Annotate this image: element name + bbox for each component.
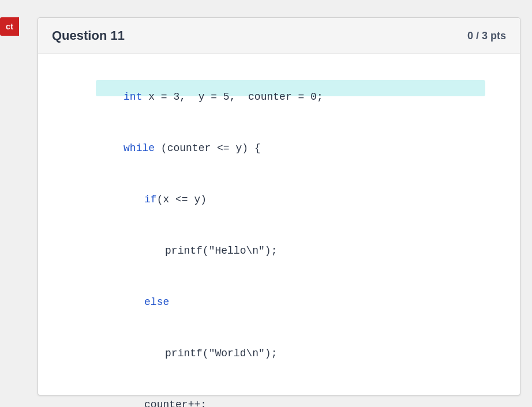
code-line-4: printf("Hello\n"); [61, 225, 497, 277]
page-container: ct Question 11 0 / 3 pts int x = 3, y = … [0, 0, 532, 407]
incorrect-badge: ct [0, 17, 19, 36]
badge-label: ct [6, 22, 13, 31]
question-header: Question 11 0 / 3 pts [38, 18, 520, 54]
code-text-3: (x <= y) [157, 194, 207, 205]
question-points: 0 / 3 pts [467, 30, 506, 42]
question-body: int x = 3, y = 5, counter = 0; while (co… [38, 54, 520, 407]
code-line-1: int x = 3, y = 5, counter = 0; [61, 71, 497, 123]
code-line-7: counter++; [61, 379, 497, 407]
keyword-int: int [123, 91, 142, 103]
question-title: Question 11 [52, 28, 125, 43]
keyword-while: while [123, 142, 155, 154]
code-block: int x = 3, y = 5, counter = 0; while (co… [61, 71, 497, 407]
keyword-else: else [144, 296, 169, 308]
code-line-2: while (counter <= y) { [61, 123, 497, 174]
code-text-6: printf("World\n"); [165, 348, 277, 359]
code-line-6: printf("World\n"); [61, 328, 497, 379]
keyword-if: if [144, 194, 157, 205]
code-text-4: printf("Hello\n"); [165, 245, 277, 257]
code-text-2: (counter <= y) { [155, 142, 261, 154]
code-text-1: x = 3, y = 5, counter = 0; [142, 91, 323, 103]
code-line-3: if(x <= y) [61, 174, 497, 225]
code-line-5: else [61, 277, 497, 328]
code-text-7: counter++; [144, 399, 207, 407]
question-card: Question 11 0 / 3 pts int x = 3, y = 5, … [38, 17, 520, 395]
